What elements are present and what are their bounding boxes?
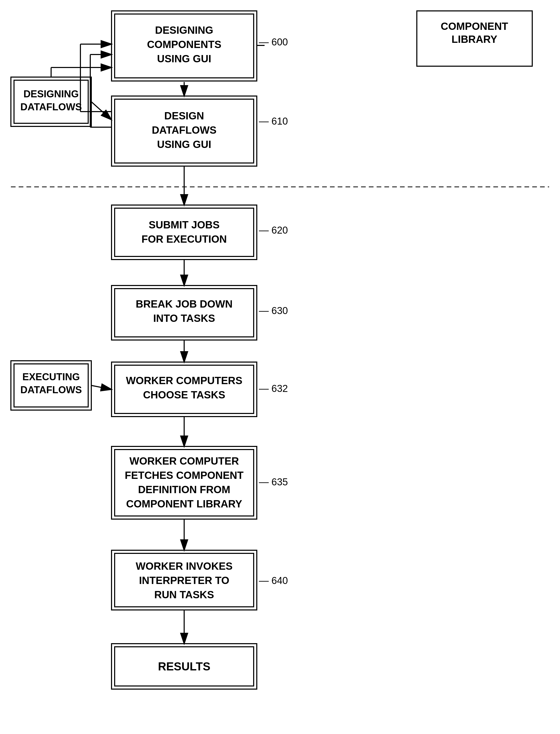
svg-text:— 635: — 635 [259, 477, 288, 488]
svg-text:WORKER COMPUTER: WORKER COMPUTER [129, 455, 239, 467]
svg-rect-13 [115, 288, 254, 337]
svg-text:FETCHES COMPONENT: FETCHES COMPONENT [125, 470, 244, 481]
svg-text:WORKER COMPUTERS: WORKER COMPUTERS [126, 375, 243, 386]
svg-text:COMPONENT: COMPONENT [441, 20, 508, 32]
svg-rect-21 [115, 553, 254, 607]
svg-rect-4 [115, 14, 254, 78]
svg-rect-5 [11, 77, 91, 126]
svg-text:RESULTS: RESULTS [158, 660, 210, 673]
svg-rect-22 [112, 644, 257, 689]
svg-text:DESIGNING: DESIGNING [23, 88, 79, 99]
svg-rect-6 [14, 80, 88, 123]
svg-rect-17 [115, 365, 254, 414]
svg-text:DATAFLOWS: DATAFLOWS [20, 101, 82, 112]
svg-text:COMPONENTS: COMPONENTS [147, 39, 222, 50]
svg-text:— 610: — 610 [259, 116, 288, 127]
svg-text:INTERPRETER TO: INTERPRETER TO [139, 575, 229, 586]
svg-text:COMPONENT LIBRARY: COMPONENT LIBRARY [126, 498, 242, 510]
svg-rect-10 [112, 205, 257, 259]
svg-text:DEFINITION FROM: DEFINITION FROM [138, 484, 230, 495]
svg-text:— 620: — 620 [259, 225, 288, 236]
svg-rect-7 [112, 96, 257, 166]
svg-text:CHOOSE TASKS: CHOOSE TASKS [143, 389, 225, 401]
diagram-container: — 600 — 610 — 620 — 630 — 632 — 635 — 64… [0, 0, 560, 734]
svg-text:WORKER INVOKES: WORKER INVOKES [136, 560, 232, 572]
svg-text:LIBRARY: LIBRARY [452, 33, 497, 45]
svg-text:DESIGN: DESIGN [164, 110, 204, 121]
svg-overlay: — 600 — 610 — 620 — 630 — 632 — 635 — 64… [0, 0, 560, 734]
svg-text:INTO TASKS: INTO TASKS [153, 312, 215, 324]
svg-rect-20 [112, 550, 257, 610]
svg-text:BREAK JOB DOWN: BREAK JOB DOWN [136, 298, 232, 309]
svg-rect-11 [115, 208, 254, 256]
svg-text:USING GUI: USING GUI [157, 53, 211, 64]
svg-rect-16 [112, 362, 257, 417]
svg-text:DESIGNING: DESIGNING [155, 24, 213, 36]
svg-text:— 600: — 600 [259, 37, 288, 47]
svg-rect-23 [115, 647, 254, 686]
svg-rect-19 [115, 450, 254, 516]
svg-line-32 [91, 386, 111, 389]
svg-text:— 630: — 630 [259, 305, 288, 316]
svg-text:SUBMIT JOBS: SUBMIT JOBS [149, 219, 219, 230]
svg-rect-14 [11, 361, 91, 410]
svg-text:USING GUI: USING GUI [157, 139, 211, 150]
svg-rect-2 [417, 11, 532, 66]
svg-text:— 640: — 640 [259, 575, 288, 586]
svg-text:DATAFLOWS: DATAFLOWS [20, 385, 82, 395]
svg-text:EXECUTING: EXECUTING [22, 372, 80, 382]
svg-rect-18 [112, 447, 257, 519]
svg-text:FOR EXECUTION: FOR EXECUTION [142, 233, 227, 245]
svg-line-31 [91, 102, 111, 119]
svg-text:DATAFLOWS: DATAFLOWS [152, 124, 217, 136]
svg-text:RUN TASKS: RUN TASKS [154, 589, 214, 600]
svg-rect-12 [112, 285, 257, 340]
svg-rect-3 [112, 11, 257, 81]
svg-rect-15 [14, 364, 88, 407]
svg-text:— 632: — 632 [259, 383, 288, 394]
svg-rect-8 [115, 99, 254, 163]
